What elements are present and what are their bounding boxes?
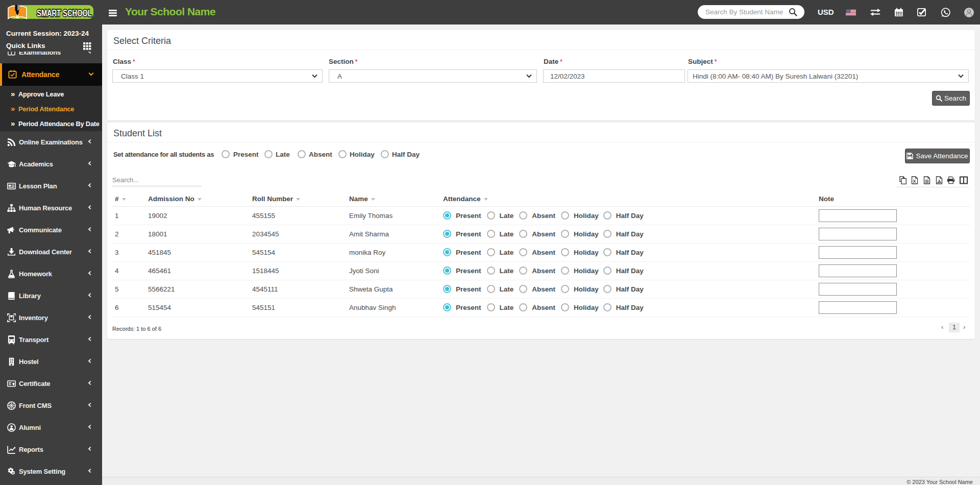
svg-text:SMART SCHOOL: SMART SCHOOL <box>37 8 92 18</box>
svg-text:X: X <box>913 179 916 184</box>
